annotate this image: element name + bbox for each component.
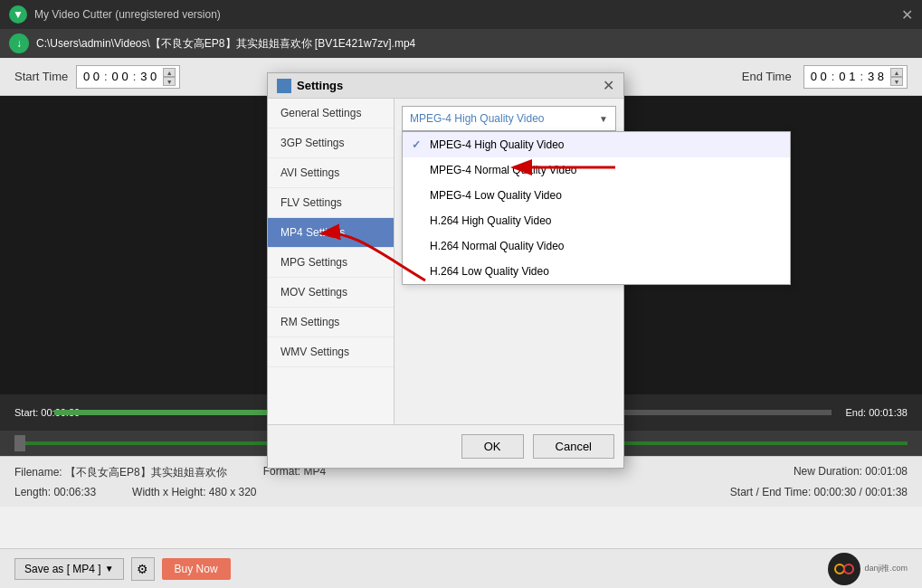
file-path: C:\Users\admin\Videos\【不良女高EP8】其实姐姐喜欢你 […: [36, 36, 415, 52]
timeline-end-label: End: 00:01:38: [845, 407, 908, 418]
save-as-dropdown-arrow[interactable]: ▼: [105, 564, 114, 574]
format-dropdown-list: ✓MPEG-4 High Quality VideoMPEG-4 Normal …: [402, 131, 791, 285]
format-option[interactable]: H.264 Low Quality Video: [403, 259, 790, 284]
format-option[interactable]: H.264 Normal Quality Video: [403, 233, 790, 259]
settings-menu-rm[interactable]: RM Settings: [268, 308, 394, 337]
settings-menu-mov[interactable]: MOV Settings: [268, 278, 394, 308]
end-time-up[interactable]: ▲: [890, 68, 903, 77]
start-time-down[interactable]: ▼: [163, 77, 176, 86]
startend-item: Start / End Time: 00:00:30 / 00:01:38: [730, 486, 908, 498]
end-hh-input[interactable]: [808, 70, 830, 83]
app-title: My Video Cutter (unregistered version): [34, 8, 221, 21]
end-time-down[interactable]: ▼: [890, 77, 903, 86]
check-mark-icon: ✓: [412, 138, 423, 151]
format-option[interactable]: H.264 High Quality Video: [403, 208, 790, 233]
app-icon: ▼: [9, 5, 27, 24]
format-option[interactable]: MPEG-4 Normal Quality Video: [403, 157, 790, 183]
end-time-spinner[interactable]: ▲ ▼: [890, 68, 903, 86]
start-time-up[interactable]: ▲: [163, 68, 176, 77]
watermark: danji推.com: [828, 553, 908, 585]
settings-body: General Settings3GP SettingsAVI Settings…: [268, 99, 623, 424]
selected-format-label: MPEG-4 High Quality Video: [410, 112, 545, 125]
end-time-label: End Time: [742, 70, 796, 83]
start-hh-input[interactable]: [81, 70, 102, 83]
format-option[interactable]: ✓MPEG-4 High Quality Video: [403, 132, 790, 157]
app-close-button[interactable]: ✕: [901, 6, 913, 24]
dropdown-arrow-icon: ▼: [599, 114, 608, 124]
end-mm-input[interactable]: [836, 70, 858, 83]
settings-dialog-icon: [277, 79, 291, 93]
save-as-button[interactable]: Save as [ MP4 ] ▼: [14, 558, 124, 580]
settings-cancel-button[interactable]: Cancel: [533, 434, 614, 459]
title-bar: ▼ My Video Cutter (unregistered version)…: [0, 0, 922, 29]
filename-item: Filename: 【不良女高EP8】其实姐姐喜欢你: [14, 465, 227, 480]
settings-close-button[interactable]: ✕: [603, 77, 614, 94]
end-time-input[interactable]: : : ▲ ▼: [803, 65, 908, 89]
fileinfo-row-2: Length: 00:06:33 Width x Height: 480 x 3…: [14, 486, 908, 498]
start-mm-input[interactable]: [109, 70, 131, 83]
length-item: Length: 00:06:33: [14, 486, 96, 498]
start-time-group: Start Time : : ▲ ▼: [14, 65, 180, 89]
settings-footer: OK Cancel: [268, 424, 623, 468]
bottom-bar: Save as [ MP4 ] ▼ ⚙ Buy Now danji推.com: [0, 548, 922, 588]
path-icon: ↓: [9, 33, 29, 53]
format-dropdown-trigger[interactable]: MPEG-4 High Quality Video ▼: [402, 106, 616, 131]
settings-content: MPEG-4 High Quality Video ▼ ✓MPEG-4 High…: [394, 99, 623, 424]
settings-dialog: Settings ✕ General Settings3GP SettingsA…: [267, 72, 624, 469]
settings-menu-avi[interactable]: AVI Settings: [268, 158, 394, 188]
start-time-spinner[interactable]: ▲ ▼: [163, 68, 176, 86]
logo-icon: [828, 553, 860, 585]
start-ss-input[interactable]: [138, 70, 159, 83]
scrubber-handle-left[interactable]: [14, 435, 25, 451]
settings-ok-button[interactable]: OK: [461, 434, 524, 459]
end-ss-input[interactable]: [865, 70, 887, 83]
duration-item: New Duration: 00:01:08: [794, 465, 908, 480]
buy-now-button[interactable]: Buy Now: [162, 558, 231, 580]
settings-menu-general[interactable]: General Settings: [268, 99, 394, 128]
path-bar: ↓ C:\Users\admin\Videos\【不良女高EP8】其实姐姐喜欢你…: [0, 29, 922, 58]
start-time-label: Start Time: [14, 70, 69, 83]
settings-menu-3gp[interactable]: 3GP Settings: [268, 128, 394, 158]
end-time-group: End Time : : ▲ ▼: [742, 65, 908, 89]
settings-title-bar: Settings ✕: [268, 73, 623, 99]
settings-sidebar: General Settings3GP SettingsAVI Settings…: [268, 99, 394, 424]
format-option[interactable]: MPEG-4 Low Quality Video: [403, 183, 790, 208]
start-time-input[interactable]: : : ▲ ▼: [76, 65, 180, 89]
gear-button[interactable]: ⚙: [131, 557, 155, 581]
settings-menu-mp4[interactable]: MP4 Settings: [268, 218, 394, 248]
dimensions-item: Width x Height: 480 x 320: [132, 486, 256, 498]
settings-menu-mpg[interactable]: MPG Settings: [268, 248, 394, 278]
settings-menu-wmv[interactable]: WMV Settings: [268, 337, 394, 367]
settings-dialog-title: Settings: [297, 79, 603, 92]
settings-menu-flv[interactable]: FLV Settings: [268, 188, 394, 218]
